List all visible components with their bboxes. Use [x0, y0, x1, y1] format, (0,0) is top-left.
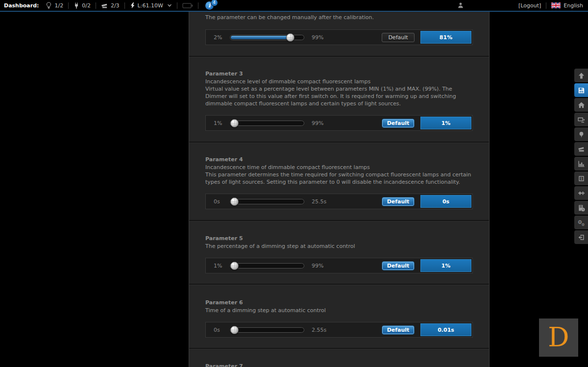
section-divider — [189, 284, 489, 285]
dashboard-title: Dashboard: — [4, 2, 39, 9]
parameter-value-box[interactable]: 1% — [420, 117, 471, 129]
divider — [68, 2, 69, 9]
divider — [198, 2, 198, 9]
divider — [546, 2, 546, 9]
slider-row: 1% 99% Default 1% — [205, 115, 473, 131]
slider-max-label: 25.5s — [312, 198, 326, 205]
slider-row: 1% 99% Default 1% — [205, 258, 473, 273]
divider — [177, 2, 177, 9]
slider-min-label: 0s — [214, 198, 220, 205]
divider — [96, 2, 96, 9]
power-icon — [130, 2, 135, 9]
slider-track[interactable] — [230, 35, 304, 40]
parameter-section: Parameter 7 — [189, 363, 489, 367]
slider-knob[interactable] — [286, 33, 294, 42]
section-divider — [189, 56, 489, 57]
parameter-section: Parameter 6 Time of a dimming step at au… — [189, 299, 489, 348]
default-button[interactable]: Default — [382, 33, 415, 42]
parameter-section: Parameter 3 Incandescence level of dimma… — [189, 71, 489, 142]
parameter-section: The parameter can be changed manually af… — [189, 12, 489, 56]
parameter-title: Parameter 3 — [205, 71, 243, 77]
parameter-value-box[interactable]: 0s — [420, 195, 471, 208]
stat-shutters-value: 2/3 — [111, 2, 120, 9]
default-button[interactable]: Default — [382, 325, 415, 335]
slider-track[interactable] — [230, 263, 304, 269]
media-sync-icon[interactable] — [574, 113, 588, 126]
default-button[interactable]: Default — [382, 197, 415, 206]
right-toolbar: $⚙⚙ — [574, 69, 588, 244]
svg-text:$: $ — [580, 176, 583, 181]
slider-knob[interactable] — [230, 119, 239, 127]
section-divider — [189, 348, 489, 349]
bar-chart-icon[interactable] — [574, 157, 588, 171]
slider-knob[interactable] — [230, 197, 239, 206]
parameter-title: Parameter 4 — [205, 156, 243, 163]
save-icon[interactable] — [574, 83, 588, 97]
slider-max-label: 2.55s — [312, 327, 326, 333]
stat-lights[interactable]: 1/2 — [46, 2, 63, 9]
slider-max-label: 99% — [312, 263, 323, 269]
parameter-section: Parameter 5 The percentage of a dimming … — [189, 235, 489, 284]
app-logo: D — [539, 318, 578, 357]
app-logo-letter: D — [548, 324, 569, 351]
clapper-icon[interactable] — [574, 142, 588, 156]
parameter-description: Time of a dimming step at automatic cont… — [205, 307, 474, 314]
pin-icon[interactable] — [574, 127, 588, 141]
battery-icon — [182, 2, 193, 9]
slider-max-label: 99% — [312, 34, 323, 41]
parameter-title: Parameter 7 — [205, 363, 243, 367]
slider-min-label: 0s — [214, 327, 220, 333]
stat-power[interactable]: L:61.10W — [130, 2, 172, 9]
arrow-up-icon[interactable] — [574, 69, 588, 82]
plus-plus-icon[interactable] — [574, 186, 588, 200]
default-button[interactable]: Default — [382, 261, 415, 270]
parameter-value-box[interactable]: 81% — [420, 31, 471, 44]
parameter-title: Parameter 5 — [205, 235, 243, 242]
slider-fill — [231, 36, 291, 39]
logout-link[interactable]: [Logout] — [518, 2, 541, 9]
uk-flag-icon[interactable] — [551, 2, 561, 8]
gears-icon[interactable]: ⚙⚙ — [574, 216, 588, 229]
parameter-description: The parameter can be changed manually af… — [205, 14, 474, 21]
stat-outlets-value: 0/2 — [82, 2, 91, 9]
slider-track[interactable] — [230, 199, 304, 204]
chevron-down-icon[interactable] — [167, 3, 172, 7]
slider-track[interactable] — [230, 327, 304, 333]
user-icon[interactable] — [457, 2, 464, 9]
shutter-icon — [101, 2, 108, 9]
slider-row: 2% 99% Default 81% — [205, 29, 473, 45]
section-divider — [189, 220, 489, 221]
slider-row: 0s 25.5s Default 0s — [205, 194, 473, 209]
parameter-value-box[interactable]: 0.01s — [420, 323, 471, 336]
stat-outlets[interactable]: 0/2 — [74, 2, 91, 9]
stat-power-value: L:61.10W — [138, 2, 163, 9]
stat-lights-value: 1/2 — [54, 2, 63, 9]
stat-shutters[interactable]: 2/3 — [101, 2, 120, 9]
parameter-value-box[interactable]: 1% — [420, 259, 471, 272]
notification-count-badge: 4 — [211, 0, 218, 6]
parameter-description: Incandescence level of dimmable compact … — [205, 78, 474, 107]
plug-icon — [74, 2, 79, 9]
parameter-description: Incandescence time of dimmable compact f… — [205, 164, 474, 186]
money-box-icon[interactable]: $ — [574, 171, 588, 185]
slider-min-label: 1% — [214, 120, 222, 126]
schedule-icon[interactable] — [574, 201, 588, 215]
slider-knob[interactable] — [230, 326, 239, 334]
home-icon[interactable] — [574, 98, 588, 112]
top-bar: Dashboard: 1/2 0/2 2/3 L:61.10W i — [0, 0, 588, 12]
language-label[interactable]: English — [564, 2, 583, 9]
topbar-right: [Logout] English — [518, 0, 583, 11]
slider-min-label: 1% — [214, 263, 222, 269]
notifications-button[interactable]: i 4 — [205, 1, 214, 10]
slider-min-label: 2% — [214, 34, 222, 41]
parameter-title: Parameter 6 — [205, 299, 243, 306]
slider-max-label: 99% — [312, 120, 323, 126]
slider-track[interactable] — [230, 121, 304, 126]
bulb-icon — [46, 2, 52, 9]
parameter-section: Parameter 4 Incandescence time of dimmab… — [189, 156, 489, 220]
settings-panel: The parameter can be changed manually af… — [189, 12, 490, 367]
exit-icon[interactable] — [574, 230, 588, 244]
section-divider — [189, 142, 489, 143]
default-button[interactable]: Default — [382, 119, 415, 128]
slider-knob[interactable] — [230, 262, 239, 270]
